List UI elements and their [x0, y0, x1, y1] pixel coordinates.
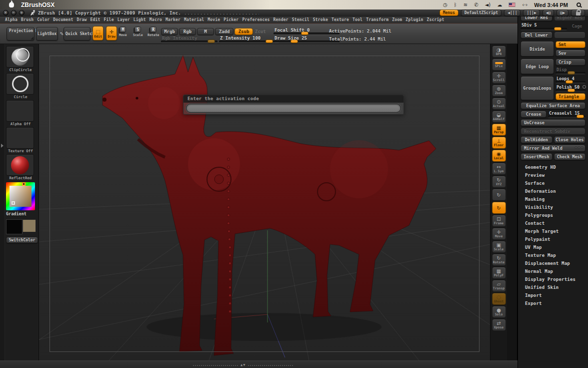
tool-section-header[interactable]: Morph Target [520, 227, 586, 235]
spotlight-icon[interactable] [576, 3, 581, 7]
divide-button[interactable]: Divide [520, 41, 554, 57]
slider-handle[interactable] [266, 40, 273, 43]
scale-button[interactable]: ▣ Scale [492, 241, 506, 253]
suv-toggle[interactable]: Suv [556, 50, 586, 57]
menu-item[interactable]: Layer [118, 18, 130, 22]
reconstruct-subdiv-button[interactable]: Reconstruct Subdiv [520, 128, 586, 135]
tool-section-header[interactable]: Deformation [520, 187, 586, 195]
tool-section-header[interactable]: Visibility [520, 203, 586, 211]
persp-button[interactable]: ▦ Persp [492, 124, 506, 136]
bpr-button[interactable]: ◑ BPR [492, 46, 506, 58]
floor-button[interactable]: ⊥ Floor [492, 137, 506, 149]
local-button[interactable]: ◉ Local [492, 150, 506, 162]
tool-section-header[interactable]: Import [520, 291, 586, 299]
edge-loop-button[interactable]: Edge Loop [520, 59, 554, 74]
tray-divider[interactable] [507, 44, 518, 368]
tool-section-header[interactable]: Polygroups [520, 211, 586, 219]
transp-button[interactable]: ▱ Transp [492, 280, 506, 292]
actual-button[interactable]: ⊙ Actual [492, 98, 506, 110]
code-arrows-icon[interactable]: ‹·› [522, 0, 528, 10]
default-zscript-button[interactable]: DefaultZScript [461, 10, 502, 16]
slider-handle[interactable] [208, 40, 215, 43]
tool-section-header[interactable]: Texture Map [520, 251, 586, 259]
tool-section-header[interactable]: Contact [520, 219, 586, 227]
rgb-button[interactable]: Rgb [179, 28, 196, 35]
spix-slider[interactable]: SPix [492, 59, 506, 71]
scroll-button[interactable]: ✛ Scroll [492, 72, 506, 84]
slider-handle[interactable] [568, 71, 575, 75]
m-button[interactable]: M [197, 28, 214, 35]
menu-item[interactable]: Texture [332, 18, 349, 22]
menu-item[interactable]: Zoom [392, 18, 402, 22]
menu-item[interactable]: Brush [21, 18, 34, 22]
edit-mode-button[interactable]: ⬚ Edit [92, 26, 104, 41]
apple-logo-icon[interactable] [9, 2, 14, 8]
slider-handle[interactable] [301, 32, 308, 35]
tool-section-header[interactable]: Geometry HD [520, 163, 586, 171]
zcut-button[interactable]: Zcut [255, 28, 266, 35]
lsym-button[interactable]: ↔ L.Sym [492, 163, 506, 175]
tray-resize-handle[interactable]: ▲▼ [193, 363, 293, 367]
insert-mesh-button[interactable]: InsertMesh [520, 153, 552, 160]
equalize-surface-area-button[interactable]: Equalize Surface Area [520, 102, 586, 109]
solo-button[interactable]: ● Solo [492, 306, 506, 318]
chat-icon[interactable]: ☁ [497, 0, 502, 10]
close-holes-button[interactable]: Close Holes [554, 136, 586, 143]
disp-slider[interactable]: Disp [556, 67, 586, 74]
window-control-button[interactable]: + [19, 10, 24, 16]
projection-master-button[interactable]: Projection Master [6, 27, 34, 41]
z-rotate-button[interactable]: ↻ [492, 202, 506, 214]
polish-mode-toggle[interactable] [582, 85, 586, 89]
aahalf-button[interactable]: ◒ AAHalf [492, 111, 506, 123]
crisp-toggle[interactable]: Crisp [556, 59, 586, 66]
menu-item[interactable]: Stencil [292, 18, 310, 22]
slider-handle[interactable] [290, 40, 298, 43]
mac-app-name[interactable]: ZBrushOSX [21, 2, 54, 9]
cage-button[interactable]: Cage [568, 23, 586, 30]
menu-item[interactable]: Draw [76, 18, 86, 22]
window-control-button[interactable]: − [11, 10, 16, 16]
window-control-button[interactable]: × [3, 10, 8, 16]
menu-item[interactable]: Tool [352, 18, 362, 22]
del-lower-button[interactable]: Del Lower [520, 32, 552, 39]
left-tray-collapse-arrow[interactable] [1, 144, 4, 148]
secondary-color-swatch[interactable] [22, 219, 36, 232]
handset-icon[interactable]: ✆ [474, 0, 478, 10]
sv-marker[interactable] [12, 201, 15, 205]
triangle-toggle[interactable]: Triangle [556, 93, 586, 100]
rgb-intensity-slider[interactable]: Rgb Intensity [161, 36, 218, 43]
input-flag-icon[interactable] [508, 3, 516, 7]
xpose-button[interactable]: ⇄ Xpose [492, 319, 506, 331]
alpha-selector[interactable]: Alpha Off [6, 100, 35, 126]
loops-slider[interactable]: Loops 4 [556, 76, 586, 83]
main-color-swatch[interactable] [6, 219, 22, 234]
ghost-button[interactable]: ◌ Ghost [492, 293, 506, 305]
tool-section-header[interactable]: Export [520, 299, 586, 307]
menu-item[interactable]: Stroke [313, 18, 328, 22]
wifi-icon[interactable]: ≋ [464, 0, 468, 10]
check-mesh-button[interactable]: Check Mesh [554, 153, 586, 160]
material-selector[interactable]: ReflectRed [6, 154, 35, 180]
tool-section-header[interactable]: UV Map [520, 243, 586, 251]
move-button[interactable]: ✛ Move [492, 228, 506, 240]
tool-section-header[interactable]: Display Properties [520, 275, 586, 283]
hue-ring[interactable] [6, 182, 35, 210]
window-previous-button[interactable]: ◀▤ [542, 10, 554, 16]
menu-item[interactable]: File [104, 18, 114, 22]
scale-mode-button[interactable]: S Scale [133, 27, 143, 37]
menubar-clock[interactable]: Wed 3:44 PM [534, 2, 568, 8]
switch-color-button[interactable]: SwitchColor [6, 237, 38, 243]
menu-item[interactable]: Macro [150, 18, 162, 22]
slider-handle[interactable] [566, 80, 573, 84]
time-machine-icon[interactable]: ◷ [443, 0, 448, 10]
del-hidden-button[interactable]: DelHidden [520, 136, 552, 143]
lightbox-button[interactable]: LightBox [36, 27, 58, 41]
tray-scrub-right-button[interactable]: |||▶ [523, 10, 540, 16]
y-rotate-button[interactable]: ↻ [492, 189, 506, 201]
mirror-axis-toggles[interactable] [575, 147, 583, 149]
bluetooth-icon[interactable]: ᛒ [454, 0, 457, 10]
menu-item[interactable]: Document [53, 18, 73, 22]
brush-selector[interactable]: ClipCircle [6, 46, 35, 72]
tray-scrub-left-button[interactable]: ◀||| [504, 10, 520, 16]
zoom-button[interactable]: ⊕ Zoom [492, 85, 506, 97]
